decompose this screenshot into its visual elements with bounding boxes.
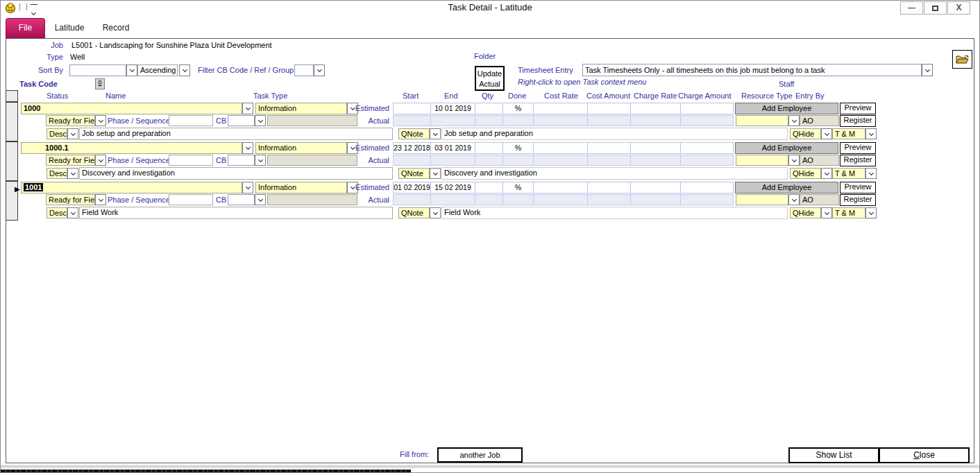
qnote-field[interactable]: Job setup and preparation — [441, 128, 788, 140]
qnote-field[interactable]: Field Work — [441, 207, 788, 219]
register-button[interactable]: Register — [840, 115, 876, 127]
filter-dropdown[interactable] — [314, 64, 325, 76]
end-actual-cell[interactable] — [430, 115, 475, 126]
resource-type-dropdown[interactable] — [788, 194, 800, 205]
sort-direction-value[interactable]: Ascending — [137, 64, 178, 76]
description-field[interactable]: Job setup and preparation — [79, 128, 393, 140]
end-estimated-cell[interactable]: 10 01 2019 — [430, 103, 475, 114]
status-dropdown[interactable] — [95, 194, 106, 205]
end-estimated-cell[interactable]: 03 01 2019 — [430, 142, 475, 154]
qhide-field[interactable]: QHide — [790, 128, 821, 139]
cost-rate-actual-cell[interactable] — [533, 194, 588, 205]
task-code-dropdown[interactable] — [242, 103, 253, 114]
timesheet-entry-dropdown[interactable] — [922, 64, 933, 76]
qhide-field[interactable]: QHide — [790, 207, 821, 218]
task-code-button[interactable]: 0 — [95, 78, 105, 89]
sort-by-dropdown[interactable] — [126, 64, 137, 76]
done-estimated-cell[interactable]: % — [502, 103, 534, 114]
filter-input[interactable] — [294, 64, 314, 76]
sort-direction-dropdown[interactable] — [179, 64, 190, 76]
billing-type-field[interactable]: T & M — [832, 168, 865, 179]
tab-record[interactable]: Record — [94, 19, 137, 38]
done-actual-cell[interactable] — [502, 194, 534, 205]
add-employee-button[interactable]: Add Employee — [735, 103, 838, 114]
close-dialog-button[interactable]: Close — [879, 447, 970, 463]
phase-sequence-field[interactable] — [169, 115, 213, 126]
register-button[interactable]: Register — [840, 155, 876, 166]
charge-rate-estimated-cell[interactable] — [630, 182, 681, 194]
start-actual-cell[interactable] — [393, 115, 431, 126]
qnote-dropdown[interactable] — [430, 168, 441, 179]
end-estimated-cell[interactable]: 15 02 2019 — [430, 182, 475, 194]
start-actual-cell[interactable] — [393, 155, 431, 166]
cb-dropdown[interactable] — [255, 194, 266, 205]
billing-type-field[interactable]: T & M — [832, 128, 865, 139]
desc-dropdown[interactable] — [67, 207, 78, 218]
qnote-field[interactable]: Discovery and investigation — [441, 167, 788, 180]
cost-rate-actual-cell[interactable] — [533, 115, 588, 126]
qty-estimated-cell[interactable] — [475, 142, 503, 154]
cost-amount-estimated-cell[interactable] — [587, 182, 631, 194]
cb-field[interactable] — [228, 194, 255, 205]
task-code-field[interactable]: 1000 — [21, 103, 242, 114]
description-field[interactable]: Field Work — [79, 207, 393, 219]
charge-amount-actual-cell[interactable] — [680, 194, 734, 205]
charge-rate-estimated-cell[interactable] — [630, 142, 681, 154]
billing-type-dropdown[interactable] — [865, 168, 877, 179]
preview-button[interactable]: Preview — [840, 142, 876, 154]
done-actual-cell[interactable] — [502, 155, 534, 166]
desc-selector-field[interactable]: Desc — [47, 168, 67, 179]
show-list-button[interactable]: Show List — [788, 447, 879, 463]
task-type-field[interactable]: Information — [255, 142, 347, 154]
desc-selector-field[interactable]: Desc — [47, 128, 67, 139]
resource-type-field[interactable] — [736, 115, 788, 126]
billing-type-dropdown[interactable] — [865, 207, 877, 218]
charge-amount-actual-cell[interactable] — [680, 115, 734, 126]
charge-amount-estimated-cell[interactable] — [680, 182, 734, 194]
tab-latitude[interactable]: Latitude — [47, 19, 92, 38]
task-code-dropdown[interactable] — [242, 142, 253, 154]
end-actual-cell[interactable] — [430, 155, 475, 166]
qhide-field[interactable]: QHide — [790, 168, 821, 179]
task-type-field[interactable]: Information — [255, 103, 347, 114]
qty-estimated-cell[interactable] — [475, 182, 503, 194]
qnote-selector-field[interactable]: QNote — [398, 128, 430, 139]
charge-rate-actual-cell[interactable] — [630, 194, 681, 205]
cb-dropdown[interactable] — [255, 155, 266, 166]
status-field[interactable]: Ready for Fie — [46, 194, 95, 205]
resource-type-dropdown[interactable] — [788, 155, 800, 166]
qty-estimated-cell[interactable] — [475, 103, 503, 114]
cost-rate-estimated-cell[interactable] — [533, 142, 588, 154]
preview-button[interactable]: Preview — [840, 103, 876, 114]
charge-rate-actual-cell[interactable] — [630, 115, 681, 126]
task-code-field[interactable]: 1000.1 — [21, 142, 242, 154]
status-dropdown[interactable] — [95, 115, 106, 126]
cost-rate-estimated-cell[interactable] — [533, 182, 588, 194]
phase-sequence-field[interactable] — [169, 155, 213, 166]
open-folder-button[interactable] — [952, 50, 972, 69]
qnote-dropdown[interactable] — [430, 128, 441, 139]
charge-amount-estimated-cell[interactable] — [680, 103, 734, 114]
qty-actual-cell[interactable] — [475, 194, 503, 205]
description-field[interactable]: Discovery and investigation — [79, 167, 393, 180]
done-actual-cell[interactable] — [502, 115, 534, 126]
cb-dropdown[interactable] — [255, 115, 266, 126]
status-field[interactable]: Ready for Fie — [46, 155, 95, 166]
start-estimated-cell[interactable] — [393, 103, 431, 114]
qty-actual-cell[interactable] — [475, 155, 503, 166]
minimize-button[interactable]: — — [900, 1, 923, 15]
qhide-dropdown[interactable] — [821, 128, 832, 139]
cost-rate-actual-cell[interactable] — [533, 155, 588, 166]
end-actual-cell[interactable] — [430, 194, 475, 205]
status-field[interactable]: Ready for Fie — [46, 115, 95, 126]
charge-rate-estimated-cell[interactable] — [630, 103, 681, 114]
start-estimated-cell[interactable]: 23 12 2018 — [393, 142, 431, 154]
resource-type-dropdown[interactable] — [788, 115, 800, 126]
done-estimated-cell[interactable]: % — [502, 142, 534, 154]
cost-amount-actual-cell[interactable] — [587, 155, 631, 166]
desc-dropdown[interactable] — [67, 128, 78, 139]
resource-type-field[interactable] — [736, 155, 788, 166]
register-button[interactable]: Register — [840, 194, 876, 206]
charge-amount-estimated-cell[interactable] — [680, 142, 734, 154]
cb-field[interactable] — [228, 155, 255, 166]
